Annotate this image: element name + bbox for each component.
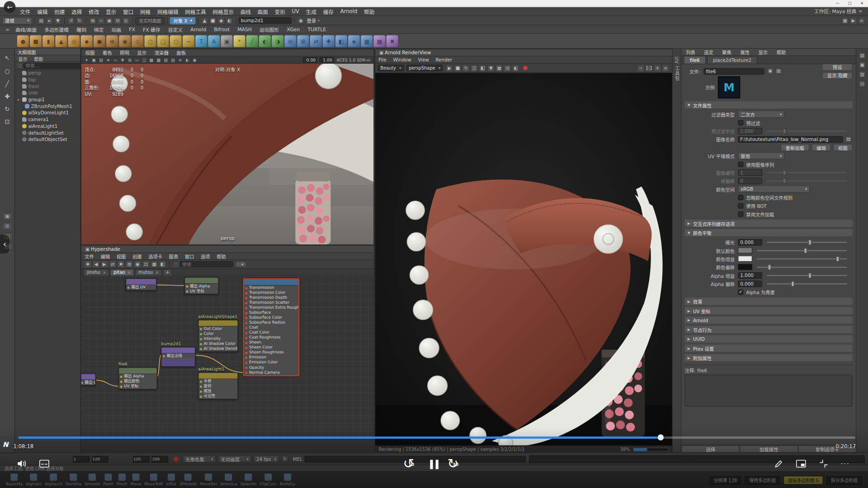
hypershade-search-input[interactable] xyxy=(180,261,233,267)
hypershade-menu-item[interactable]: 编辑 xyxy=(97,253,113,260)
zoom-level-label[interactable]: 1:1 xyxy=(646,65,653,72)
sculpt-shelf-item[interactable]: Inflat xyxy=(166,474,176,486)
polygon-cylinder-icon[interactable]: ▮ xyxy=(42,35,54,47)
renderview-menu-item[interactable]: Render xyxy=(432,57,455,62)
prefilter-checkbox[interactable] xyxy=(738,120,743,125)
boolean-icon[interactable]: ⊖ xyxy=(284,35,296,47)
tool-settings-tab-icon[interactable]: ⊡ xyxy=(859,80,866,88)
outliner-item[interactable]: persp xyxy=(15,70,80,76)
polygon-disc-icon[interactable]: ● xyxy=(94,35,105,47)
attribute-editor-menu-item[interactable]: 显示 xyxy=(754,49,772,56)
node-port[interactable]: Transmission Color xyxy=(244,291,298,296)
create-node-icon[interactable]: ✚ xyxy=(84,261,91,268)
hypershade-node-graph[interactable]: 输出 UV 输出 AlphaUV 坐标 TransmissionTransmis… xyxy=(81,276,374,438)
display-settings-icon[interactable]: ≡ xyxy=(662,65,669,72)
menu-item[interactable]: 修改 xyxy=(85,8,103,15)
attribute-editor-node-tab[interactable]: file6 xyxy=(684,56,706,64)
toggle-grid-icon[interactable]: ▦ xyxy=(151,261,158,268)
attribute-editor-menu-item[interactable]: 聚焦 xyxy=(718,49,736,56)
shelf-tab[interactable]: TURTLE xyxy=(304,27,330,32)
viewport-menu-item[interactable]: 渲染器 xyxy=(151,49,173,56)
workspace-label[interactable]: 工作区: Maya 经典 xyxy=(814,8,856,15)
node-port[interactable]: Sheen xyxy=(244,340,298,345)
viewport-menu-item[interactable]: 着色 xyxy=(99,49,116,56)
sculpt-shelf-item[interactable]: ClipCurv xyxy=(259,474,276,486)
bevel-icon[interactable]: ◈ xyxy=(348,35,360,47)
grid-toggle-icon[interactable]: ⊞ xyxy=(126,57,133,63)
lasso-select-tool-icon[interactable]: ○ xyxy=(1,65,13,77)
node-aiarealight[interactable]: 平移旋转缩放可见性 xyxy=(198,372,238,399)
node-place2dtexture-a[interactable]: 输出 UV xyxy=(126,278,157,291)
node-file-a[interactable]: 输出 AlphaUV 坐标 xyxy=(184,277,219,294)
copy-tab-icon[interactable]: ▤ xyxy=(775,67,782,75)
close-button[interactable]: ✕ xyxy=(856,0,868,7)
outliner-item[interactable]: camera1 xyxy=(15,116,80,123)
alpha-offset-input[interactable] xyxy=(738,280,762,287)
presets-button[interactable]: 预设 xyxy=(822,63,853,70)
viewport-menu-item[interactable]: 视图 xyxy=(81,49,99,56)
gate-mask-icon[interactable]: ▩ xyxy=(148,57,155,63)
render-camera-dropdown[interactable]: perspShape xyxy=(406,65,443,71)
snap-point-icon[interactable]: ◉ xyxy=(106,17,113,24)
nurbs-circle-icon[interactable]: ○ xyxy=(170,35,182,47)
quad-draw-icon[interactable]: ▦ xyxy=(361,35,373,47)
color-space-dropdown[interactable]: sRGB xyxy=(738,185,810,192)
character-set-dropdown[interactable]: 无角色集 xyxy=(183,455,216,463)
graph-downstream-icon[interactable]: ▶ xyxy=(101,261,108,268)
reload-button[interactable]: 重新加载 xyxy=(780,144,809,151)
node-port[interactable]: Intensity xyxy=(199,336,238,341)
polygon-sphere-icon[interactable]: ● xyxy=(17,35,29,47)
player-progress-handle[interactable] xyxy=(657,434,663,440)
snap-view-plane-icon[interactable]: ⊟ xyxy=(114,17,121,24)
layout-graph-icon[interactable]: ⊞ xyxy=(126,261,133,268)
node-port[interactable]: 旋转 xyxy=(199,384,238,389)
node-port[interactable]: Normal Camera xyxy=(244,370,298,375)
viewport-menu-item[interactable]: 面板 xyxy=(173,49,190,56)
node-port[interactable]: Subsurface Radius xyxy=(244,320,298,325)
menu-item[interactable]: 显示 xyxy=(103,8,120,15)
browse-folder-icon[interactable]: ▤ xyxy=(845,136,852,143)
camera-attributes-icon[interactable]: ▤ xyxy=(98,57,105,63)
color-gain-slider[interactable] xyxy=(757,258,847,259)
viewport-menu-item[interactable]: 显示 xyxy=(133,49,151,56)
shelf-tab[interactable]: Bifrost xyxy=(210,27,234,32)
shelf-tab[interactable]: 自定义 xyxy=(164,26,186,33)
film-gate-icon[interactable]: ▭ xyxy=(133,57,141,63)
frame-all-icon[interactable]: ⊡ xyxy=(142,261,150,268)
highlight-selection-icon[interactable]: ◐ xyxy=(226,17,233,24)
player-progress-bar[interactable] xyxy=(18,436,855,439)
view-button[interactable]: 视图 xyxy=(833,144,853,151)
renderview-menu-item[interactable]: View xyxy=(415,57,432,62)
focus-icon[interactable]: ◉ xyxy=(767,67,774,75)
default-color-slider[interactable] xyxy=(757,250,847,251)
hud-toggle-icon[interactable]: ≡ xyxy=(177,57,184,63)
menu-item[interactable]: 生成 xyxy=(302,8,320,15)
minimize-button[interactable]: — xyxy=(831,0,844,7)
camera-icon[interactable]: ▣ xyxy=(221,35,233,47)
outliner-item[interactable]: aiAreaLight1 xyxy=(15,123,80,130)
quick-rename-input[interactable] xyxy=(239,17,292,24)
range-start-field[interactable] xyxy=(92,455,108,462)
node-port[interactable]: Coat Roughness xyxy=(244,335,298,340)
node-port[interactable]: Coat xyxy=(244,325,298,330)
attribute-editor-footer-button[interactable]: 加载属性 xyxy=(740,446,798,453)
pin-selected-icon[interactable]: ◉ xyxy=(134,261,141,268)
node-port[interactable]: 输出 Alpha xyxy=(185,284,218,289)
node-port[interactable]: UV 坐标 xyxy=(185,289,218,294)
outliner-item[interactable]: ▸ group1 xyxy=(15,96,80,103)
texture-sample-swatch[interactable]: M xyxy=(718,76,740,99)
hypershade-menu-item[interactable]: 文件 xyxy=(81,253,97,260)
menu-item[interactable]: 选择 xyxy=(68,8,85,15)
shelf-tab[interactable]: XGen xyxy=(283,27,304,32)
hypershade-menu-item[interactable]: 帮助 xyxy=(213,253,229,260)
render-image-area[interactable] xyxy=(375,73,672,447)
hypershade-tab[interactable]: pitao✕ xyxy=(110,269,134,276)
attribute-editor-menu-item[interactable]: 选定 xyxy=(699,49,717,56)
sculpt-shelf-item[interactable]: SelectLa xyxy=(220,474,237,486)
undo-icon[interactable]: ↺ xyxy=(67,17,75,24)
refresh-render-icon[interactable]: ↻ xyxy=(462,65,470,72)
color-offset-slider[interactable] xyxy=(757,267,847,267)
menu-item[interactable]: 网格工具 xyxy=(182,8,209,15)
alpha-gain-slider[interactable] xyxy=(767,275,847,276)
rotate-tool-icon[interactable]: ↻ xyxy=(1,103,13,115)
